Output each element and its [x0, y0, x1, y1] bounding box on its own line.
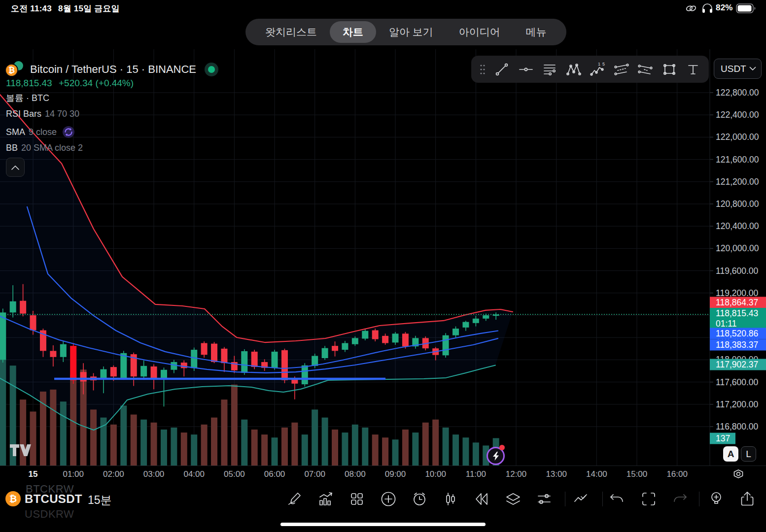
nav-tab-chart[interactable]: 차트	[330, 21, 376, 43]
undo-button[interactable]	[606, 489, 627, 509]
candle	[60, 344, 67, 357]
time-tick-0400: 04:00	[183, 469, 205, 479]
legend-sma-name: SMA	[6, 127, 25, 137]
xabcd-pattern-tool[interactable]	[563, 59, 585, 80]
nav-tab-menu[interactable]: 메뉴	[513, 21, 559, 43]
price-tick-label: 119,600.00	[716, 266, 758, 276]
candle	[191, 350, 197, 368]
trend-line-tool[interactable]	[491, 59, 513, 80]
time-axis[interactable]: 1501:0002:0003:0004:0005:0006:0007:0008:…	[0, 466, 766, 483]
market-status-dot[interactable]	[205, 63, 218, 76]
bb-lower-price-tag: 117,902.37	[710, 359, 766, 370]
volume-bar	[281, 428, 288, 466]
price-tick-label: 122,800.00	[716, 88, 759, 98]
status-bar: 오전 11:43 8월 15일 금요일 82%	[0, 0, 766, 17]
candle	[0, 312, 6, 360]
nav-tab-watchlist[interactable]: 왓치리스트	[252, 21, 330, 43]
toolbar-divider	[699, 492, 699, 506]
legend-sma[interactable]: SMA 9 close	[6, 126, 75, 138]
volume-bar	[362, 428, 368, 466]
price-tick-label: 121,200.00	[716, 176, 759, 187]
time-tick-0200: 02:00	[103, 469, 124, 479]
time-tick-0100: 01:00	[63, 469, 84, 479]
bitcoin-icon[interactable]: ₿	[5, 491, 21, 506]
redo-button[interactable]	[670, 489, 691, 509]
candle	[453, 329, 459, 335]
time-tick-0700: 07:00	[304, 469, 325, 479]
candle	[181, 363, 187, 368]
volume-bar	[462, 437, 469, 466]
time-tick-0800: 08:00	[345, 469, 366, 479]
legend-volume[interactable]: 볼륨 · BTC	[6, 92, 49, 104]
auto-scale-button[interactable]: A	[723, 446, 738, 462]
nav-tab-ideas[interactable]: 아이디어	[446, 21, 513, 43]
idea-button[interactable]	[706, 489, 727, 509]
volume-bar	[110, 425, 117, 466]
volume-bar	[221, 399, 227, 466]
axis-settings-icon[interactable]	[731, 467, 745, 481]
disjoint-channel-tool[interactable]	[634, 59, 656, 80]
layouts-button[interactable]	[347, 489, 367, 509]
share-button[interactable]	[737, 489, 758, 509]
log-scale-button[interactable]: L	[741, 446, 756, 462]
legend-bb[interactable]: BB 20 SMA close 2	[6, 143, 83, 153]
symbol-header[interactable]: ₿ Bitcoin / TetherUS · 15 · BINANCE	[5, 61, 218, 78]
volume-bar	[181, 432, 187, 466]
candle	[483, 315, 489, 319]
replay-button[interactable]	[471, 489, 492, 509]
candle	[382, 336, 388, 343]
volume-bar	[412, 432, 418, 466]
volume-bar	[272, 437, 278, 466]
volume-bar	[0, 360, 6, 466]
price-tick-label: 121,600.00	[716, 154, 759, 165]
fullscreen-button[interactable]	[638, 489, 659, 509]
rectangle-tool[interactable]	[659, 59, 680, 80]
volume-bar	[191, 434, 197, 466]
add-button[interactable]	[378, 489, 399, 509]
candle	[241, 351, 247, 373]
legend-rsi-name: RSI Bars	[6, 109, 41, 119]
legend-rsi[interactable]: RSI Bars 14 70 30	[6, 109, 79, 119]
legend-sma-params: 9 close	[29, 127, 57, 137]
symbol-picker-current[interactable]: BTCUSDT	[25, 492, 82, 506]
indicators-button[interactable]	[315, 489, 336, 509]
interval-button[interactable]: 15분	[88, 493, 112, 508]
volume-bar	[443, 428, 449, 466]
draw-button[interactable]	[284, 489, 305, 509]
date-label: 8월 15일 금요일	[58, 3, 120, 14]
parallel-channel-tool[interactable]	[611, 59, 632, 80]
notification-dot	[499, 445, 505, 450]
tradingview-logo	[9, 441, 32, 459]
magic-button[interactable]	[570, 489, 591, 509]
volume-bar	[432, 420, 439, 466]
drag-handle-icon[interactable]	[476, 59, 489, 80]
price-tick-label: 120,800.00	[716, 199, 759, 209]
volume-bar	[251, 430, 258, 466]
battery-icon	[736, 3, 757, 14]
volume-bar	[90, 409, 97, 466]
elliott-wave-tool[interactable]: 15	[587, 59, 608, 80]
candle	[80, 372, 87, 381]
bitcoin-coin-icon: ₿	[5, 64, 18, 77]
bar-type-button[interactable]	[440, 489, 461, 509]
time-tick-0600: 06:00	[264, 469, 285, 479]
time-tick-1000: 10:00	[425, 469, 446, 479]
tradingview-app: 오전 11:43 8월 15일 금요일 82% 왓치리스트차트알아 보기아이디어…	[0, 0, 766, 532]
text-tool[interactable]	[682, 59, 704, 80]
toolbar-divider	[565, 492, 565, 506]
top-navigation: 왓치리스트차트알아 보기아이디어메뉴	[245, 19, 566, 45]
clock: 오전 11:43	[11, 3, 52, 14]
price-tick-label: 122,000.00	[716, 132, 759, 142]
candle	[302, 366, 308, 384]
candle	[110, 367, 117, 376]
home-indicator[interactable]	[280, 523, 486, 526]
bb-basis-price-tag: 118,383.37	[710, 339, 766, 351]
fib-retracement-tool[interactable]	[539, 59, 560, 80]
alert-button[interactable]	[409, 489, 430, 509]
nav-tab-explore[interactable]: 알아 보기	[376, 21, 446, 43]
price-axis[interactable]: 122,800.00122,400.00122,000.00121,600.00…	[710, 49, 766, 466]
tune-button[interactable]	[534, 489, 555, 509]
layers-button[interactable]	[503, 489, 523, 509]
collapse-legend-button[interactable]	[6, 158, 25, 177]
horizontal-line-tool[interactable]	[515, 59, 537, 80]
